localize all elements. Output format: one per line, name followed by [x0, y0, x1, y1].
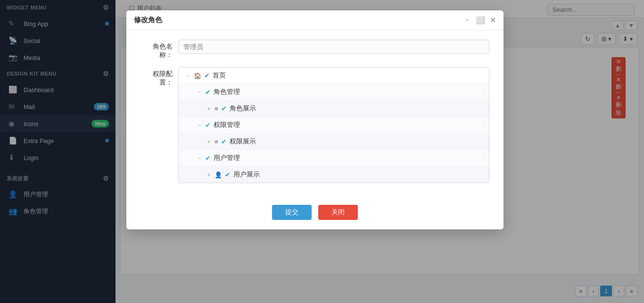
perm-user-label: 用户管理: [214, 154, 240, 162]
perm-item-home: － 🏠 ✔ 首页: [179, 67, 489, 84]
perm-item-user-manage: － ✔ 用户管理: [179, 150, 489, 167]
perm-user-check: ✔: [205, 154, 211, 162]
modal-footer: 提交 关闭: [126, 200, 504, 220]
perm-home-icon: 🏠: [194, 72, 201, 79]
role-name-label: 角色名称：: [140, 40, 178, 59]
perm-role-show-label: 角色展示: [230, 104, 256, 113]
perm-perm-check: ✔: [205, 121, 211, 129]
perm-user-show-icon: 👤: [215, 171, 222, 178]
perm-perm-show-icon: ≡: [215, 138, 218, 145]
role-name-input[interactable]: [178, 40, 489, 54]
close-button[interactable]: 关闭: [318, 205, 358, 220]
perm-user-show-label: 用户展示: [233, 170, 260, 179]
perm-item-user-show: ＋ 👤 ✔ 用户展示: [179, 167, 489, 183]
perm-home-check: ✔: [204, 72, 210, 79]
perm-role-label: 角色管理: [214, 88, 240, 96]
perm-item-perm-show: ＋ ≡ ✔ 权限展示: [179, 134, 489, 150]
perm-role-show-expand[interactable]: ＋: [206, 105, 212, 113]
perm-user-show-check: ✔: [225, 171, 231, 178]
modal-body: 角色名称： 权限配置： － 🏠 ✔ 首页 － ✔ 角色管理: [126, 30, 504, 200]
perm-perm-label: 权限管理: [214, 121, 240, 129]
role-name-row: 角色名称：: [140, 40, 489, 59]
perm-role-check: ✔: [205, 88, 211, 96]
modal-maximize-btn[interactable]: ⬜: [476, 16, 485, 25]
perm-perm-show-expand[interactable]: ＋: [206, 138, 212, 146]
perm-perm-show-label: 权限展示: [230, 137, 256, 146]
modal-title: 修改角色: [134, 16, 162, 25]
perm-perm-expand[interactable]: －: [197, 121, 202, 129]
perm-row: 权限配置： － 🏠 ✔ 首页 － ✔ 角色管理 ＋ ≡: [140, 67, 489, 183]
submit-button[interactable]: 提交: [272, 205, 312, 220]
perm-label: 权限配置：: [140, 67, 178, 87]
perm-perm-show-check: ✔: [221, 138, 227, 145]
perm-user-expand[interactable]: －: [197, 154, 202, 162]
modal-edit-role: 修改角色 － ⬜ ✕ 角色名称： 权限配置： － 🏠 ✔ 首页: [126, 10, 504, 229]
modal-close-btn[interactable]: ✕: [490, 16, 496, 25]
perm-item-role-manage: － ✔ 角色管理: [179, 84, 489, 101]
perm-box: － 🏠 ✔ 首页 － ✔ 角色管理 ＋ ≡ ✔ 角色展示: [178, 67, 489, 183]
modal-minimize-btn[interactable]: －: [463, 15, 471, 25]
perm-item-perm-manage: － ✔ 权限管理: [179, 117, 489, 134]
perm-home-expand[interactable]: －: [185, 72, 191, 80]
modal-header-actions: － ⬜ ✕: [463, 15, 496, 25]
perm-role-show-check: ✔: [221, 105, 227, 112]
perm-home-label: 首页: [213, 71, 226, 80]
modal-header: 修改角色 － ⬜ ✕: [126, 10, 504, 30]
perm-item-role-show: ＋ ≡ ✔ 角色展示: [179, 101, 489, 117]
perm-role-show-icon: ≡: [215, 105, 218, 112]
perm-user-show-expand[interactable]: ＋: [206, 171, 212, 179]
perm-role-expand[interactable]: －: [197, 88, 202, 96]
